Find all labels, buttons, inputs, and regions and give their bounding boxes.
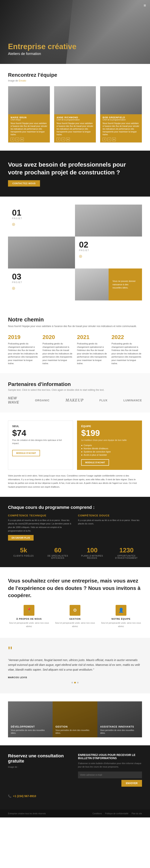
dot-2[interactable] <box>74 682 76 683</box>
course-col1-title: COMPÉTENCE TECHNIQUE <box>8 514 72 517</box>
social-facebook-1[interactable]: f <box>10 137 14 141</box>
pricing-body-text: Votre journée est à venir alors. Voici j… <box>8 474 142 489</box>
social-linkedin-3[interactable]: in <box>112 137 116 141</box>
footer-image-credit: Image de : <box>8 766 72 768</box>
invite-icons: 📍 À PROPOS DE NOUS Seul et perspicacité … <box>8 605 142 628</box>
buy-button-solo[interactable]: Module d'achat <box>12 450 40 456</box>
team-section-title: Rencontrez l'équipe <box>8 72 142 78</box>
project-number-3: 03 <box>12 273 71 281</box>
project-icon-1: ◎ <box>12 222 71 226</box>
invite-team-desc: Seul et perspicacité undo: ainsi nos vou… <box>100 621 142 628</box>
invite-about-title: À PROPOS DE NOUS <box>16 618 41 620</box>
social-facebook-3[interactable]: f <box>102 137 106 141</box>
service-desc-1: Vous permettre de vivre des nouvelles id… <box>11 729 50 735</box>
stats-grid: 5k CLIENTS FIDÈLES 60 DE SPÉCIALISTES EF… <box>8 547 142 559</box>
project-icon-3: ◎ <box>12 286 71 290</box>
menu-icon[interactable]: ≡ <box>144 3 146 8</box>
service-title-1: DÉVELOPPEMENT <box>11 725 50 728</box>
project-image-1 <box>75 205 142 237</box>
social-linkedin-2[interactable]: in <box>66 137 70 141</box>
phone-icon: 📞 <box>8 795 11 798</box>
newsletter-submit-button[interactable]: ENVOYER <box>121 780 142 787</box>
partner-logo-3: Makeup <box>65 398 83 403</box>
partner-logo-4: FLUX <box>99 399 108 402</box>
social-twitter-1[interactable]: t <box>16 137 19 141</box>
social-twitter-3[interactable]: t <box>108 137 111 141</box>
buy-button-team[interactable]: Module d'achat <box>81 459 109 466</box>
hero-title: Entreprise créative <box>8 42 77 51</box>
year-label-2022: 2022 <box>112 334 142 340</box>
newsletter-email-input[interactable] <box>78 772 142 778</box>
cta-dark-section: Vous avez besoin de professionnels pour … <box>0 151 150 196</box>
project-label-2: PROJET <box>79 249 138 251</box>
team-card-2: ANNE RICHMOND Chef de la programmation N… <box>54 86 96 143</box>
invite-management-desc: Seul et perspicacité undo: ainsi nos vou… <box>54 621 96 628</box>
pricing-feature-2: Nombre illimité d'éditeurs <box>81 447 138 450</box>
social-twitter-2[interactable]: t <box>61 137 65 141</box>
timeline-years: 2019 Podcasting gestio du changement opé… <box>8 334 142 365</box>
partners-title: Partenaires d'information <box>8 381 142 388</box>
footer-right: ENREGISTREZ-VOUS POUR RECEVOIR LE BULLET… <box>78 753 142 798</box>
invite-about-desc: Seul et perspicacité undo: ainsi nos vou… <box>8 621 50 628</box>
quote-text: "Aenean pulvinar dui ornare, feugiat lao… <box>8 658 142 672</box>
service-development: DÉVELOPPEMENT Vous permettre de vivre de… <box>8 702 53 737</box>
stat-investments-number: 1230 <box>111 547 142 554</box>
team-name-3: BOB GREENFIELD <box>102 116 140 119</box>
services-section: DÉVELOPPEMENT Vous permettre de vivre de… <box>0 693 150 745</box>
social-facebook-2[interactable]: f <box>57 137 60 141</box>
year-2022: 2022 Podcasting gestio du changement opé… <box>112 334 142 365</box>
pricing-feature-4: Accès à plus à l'assister <box>81 454 138 456</box>
footer-link-privacy[interactable]: Politique de confidentialité <box>105 812 128 815</box>
hero-section: Entreprise créative Ateliers de formatio… <box>0 0 150 64</box>
team-role-3: Chef de la programmation <box>102 119 140 121</box>
footer-newsletter-title: ENREGISTREZ-VOUS POUR RECEVOIR LE BULLET… <box>78 753 142 760</box>
course-col2-title: COMPÉTENCE DOUCE <box>78 514 142 517</box>
footer-link-sitemap[interactable]: Plan du site <box>131 812 142 815</box>
stat-plans-label: PLANS D'AFFAIRES RÉUSSIS <box>77 555 108 559</box>
services-grid: DÉVELOPPEMENT Vous permettre de vivre de… <box>8 702 142 737</box>
pricing-card-team: Équipe $199 Le meilleur choix pour une é… <box>77 421 142 470</box>
team-section: Rencontrez l'équipe Image de Envato MARI… <box>0 64 150 151</box>
service-overlay-2: GESTION Vous permettre de vivre des nouv… <box>53 702 97 737</box>
dot-3[interactable] <box>77 682 79 683</box>
footer-copyright: Entreprise créative tous les droits rése… <box>8 812 46 815</box>
stat-specialists: 60 DE SPÉCIALISTES EFFICACES <box>42 547 73 559</box>
project-number-2: 02 <box>79 241 138 249</box>
dot-1[interactable] <box>71 682 73 683</box>
project-gold-text: Vous ne pouvez donner naissance à des no… <box>109 269 142 301</box>
team-socials-2: f t in <box>57 137 93 141</box>
service-title-2: GESTION <box>55 725 94 728</box>
project-icon-2: ◎ <box>79 254 138 258</box>
year-label-2019: 2019 <box>8 334 39 340</box>
hero-content: Entreprise créative Ateliers de formatio… <box>8 42 77 56</box>
team-photo-3 <box>100 86 142 114</box>
testimonial-section: " "Aenean pulvinar dui ornare, feugiat l… <box>0 638 150 693</box>
pricing-type-team: Équipe <box>81 425 138 428</box>
social-linkedin-1[interactable]: in <box>20 137 24 141</box>
team-desc-1: Nous fournit l'équipe pour vous satisfai… <box>10 122 48 136</box>
team-info-3: BOB GREENFIELD Chef de la programmation … <box>100 114 142 143</box>
footer-left: Réservez une consultation gratuite Image… <box>8 753 72 798</box>
project-number-1: 01 <box>12 209 71 217</box>
team-socials-3: f t in <box>102 137 140 141</box>
project-cell-01: 01 PROJET ◎ <box>8 205 75 237</box>
invite-item-management: ⚙ GESTION Seul et perspicacité undo: ain… <box>54 605 96 628</box>
service-overlay-1: DÉVELOPPEMENT Vous permettre de vivre de… <box>8 702 53 737</box>
stat-investments-label: OPPORTUNITÉS D'INVESTISSEMENT <box>111 555 142 559</box>
team-image-link[interactable]: Envato <box>19 79 26 82</box>
pricing-section: Seul $74 Flux de création et des designs… <box>0 412 150 497</box>
invite-item-team: 👤 NOTRE ÉQUIPE Seul et perspicacité undo… <box>100 605 142 628</box>
team-info-1: MARIE BRUN Chef d'équi Nous fournit l'éq… <box>8 114 50 143</box>
learn-more-button[interactable]: EN SAVOIR PLUS <box>8 535 34 540</box>
contact-button[interactable]: CONTACTEZ-NOUS <box>8 180 40 187</box>
team-desc-2: Nous fournit l'équipe pour vous satisfai… <box>57 122 93 136</box>
footer-link-terms[interactable]: Conditions <box>92 812 102 815</box>
year-text-2021: Podcasting gestio du changement opératio… <box>77 342 108 365</box>
course-title: Chaque cours du programme comprend : <box>8 505 142 510</box>
timeline-title: Notre chemin <box>8 316 142 323</box>
quote-mark: " <box>8 648 142 654</box>
course-col-1: COMPÉTENCE TECHNIQUE Il y a qui pluis et… <box>8 514 72 540</box>
partner-logo-1: NewWave <box>8 396 19 405</box>
projects-section: 01 PROJET ◎ 02 PROJET ◎ 03 PROJET ◎ Vous… <box>0 196 150 308</box>
gear-icon: ⚙ <box>69 605 81 616</box>
